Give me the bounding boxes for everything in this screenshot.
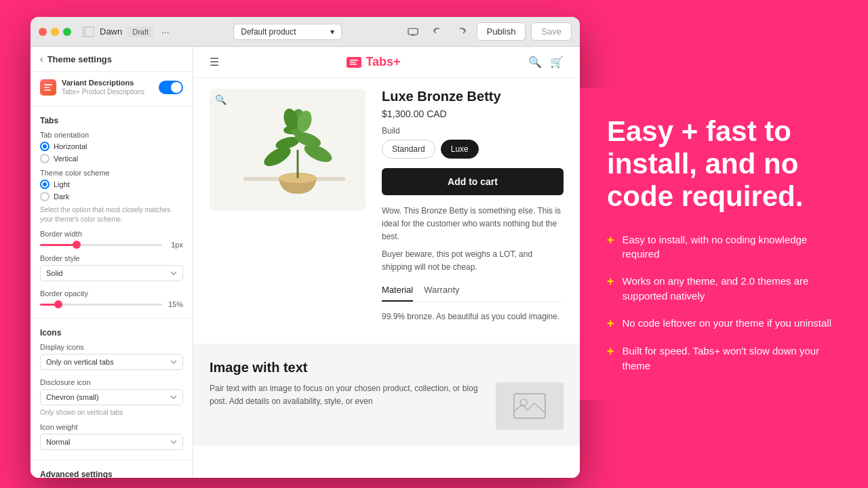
color-radio-group: Light Dark [40,180,183,201]
vertical-radio[interactable]: Vertical [40,154,183,163]
horizontal-radio[interactable]: Horizontal [40,142,183,151]
feature-plus-4: + [607,344,614,359]
product-section: 🔍 Luxe Bronze Betty $1,300.00 CAD Build … [193,78,580,338]
border-style-label: Border style [40,254,183,262]
add-to-cart-button[interactable]: Add to cart [382,168,564,195]
app-icon [40,79,56,96]
svg-rect-7 [44,89,51,91]
svg-rect-5 [44,84,52,85]
feature-plus-2: + [607,274,614,289]
feature-list: + Easy to install, with no coding knowle… [607,232,837,373]
icons-heading: Icons [40,328,183,338]
disclosure-icon-select[interactable]: Chevron (small) Chevron (large) Arrow [40,389,183,405]
light-radio[interactable]: Light [40,180,183,189]
image-placeholder-icon [513,392,547,420]
dark-radio[interactable]: Dark [40,192,183,201]
right-panel: Easy + fast to install, and no code requ… [580,88,865,401]
svg-rect-8 [350,60,358,61]
title-bar-center: Default product ▾ [178,24,398,40]
tabs-list: Material Warranty [382,279,564,302]
variant-descriptions-section: Variant Descriptions Tabs+ Product Descr… [31,72,193,106]
light-label: Light [54,180,70,188]
fullscreen-button[interactable] [63,28,71,36]
preview-area: ☰ Tabs+ 🔍 🛒 [193,47,580,478]
image-with-text-section: Image with text Pair text with an image … [193,344,580,446]
feature-item-1: + Easy to install, with no coding knowle… [607,232,837,262]
display-icons-select[interactable]: Only on vertical tabs Always Never [40,354,183,370]
display-icons-label: Display icons [40,343,183,351]
sidebar-toggle-icon[interactable] [82,26,94,38]
border-width-label: Border width [40,230,183,238]
svg-rect-24 [514,394,545,418]
advanced-heading: Advanced settings [40,470,183,478]
search-icon[interactable]: 🔍 [528,56,542,68]
sidebar-title: Theme settings [47,54,112,64]
store-header: ☰ Tabs+ 🔍 🛒 [193,47,580,78]
border-width-thumb[interactable] [73,241,81,249]
theme-color-label: Theme color scheme [40,169,183,177]
border-width-track[interactable] [40,244,162,246]
build-option-luxe[interactable]: Luxe [441,140,479,159]
title-bar-left: Dawn Draft ··· [82,25,172,39]
iwt-content: Pair text with an image to focus on your… [210,382,564,430]
preview-mode-button[interactable] [403,22,422,41]
border-opacity-label: Border opacity [40,289,183,298]
product-image: 🔍 [210,89,366,211]
hamburger-icon[interactable]: ☰ [210,56,219,68]
build-option-standard[interactable]: Standard [382,140,435,159]
color-hint: Select the option that most closely matc… [40,205,183,224]
product-info: Luxe Bronze Betty $1,300.00 CAD Build St… [382,89,564,327]
dark-label: Dark [54,192,69,201]
svg-rect-10 [350,64,357,65]
theme-selector[interactable]: Default product ▾ [233,24,342,40]
redo-button[interactable] [452,22,471,41]
store-logo-text: Tabs+ [366,55,400,69]
border-style-select[interactable]: Solid Dashed Dotted [40,265,183,281]
zoom-icon[interactable]: 🔍 [215,94,226,105]
feature-text-4: Built for speed. Tabs+ won't slow down y… [623,344,837,373]
store-logo: Tabs+ [347,55,400,69]
tab-orientation-label: Tab orientation [40,131,183,139]
border-opacity-track[interactable] [40,304,162,306]
variant-desc-left: Variant Descriptions Tabs+ Product Descr… [40,79,144,96]
save-button[interactable]: Save [531,22,572,41]
title-bar-right: Publish Save [403,22,572,41]
border-opacity-value: 15% [166,300,183,308]
build-options: Standard Luxe [382,140,564,159]
disclosure-hint: Only shown on vertical tabs [40,408,183,418]
tab-material[interactable]: Material [382,279,413,302]
icons-section: Icons Display icons Only on vertical tab… [31,319,193,460]
traffic-lights [39,28,71,36]
border-width-value: 1px [166,241,183,249]
icon-weight-label: Icon weight [40,423,183,431]
border-opacity-thumb[interactable] [54,300,62,308]
disclosure-icon-label: Disclosure icon [40,378,183,386]
undo-button[interactable] [428,22,447,41]
feature-item-3: + No code leftover on your theme if you … [607,316,837,331]
icon-weight-select[interactable]: Normal Bold Light [40,434,183,450]
tab-warranty[interactable]: Warranty [424,279,459,302]
more-options-button[interactable]: ··· [159,25,172,39]
svg-rect-1 [82,27,86,37]
variant-desc-toggle[interactable] [159,81,183,94]
minimize-button[interactable] [51,28,59,36]
close-button[interactable] [39,28,47,36]
feature-item-2: + Works on any theme, and 2.0 themes are… [607,274,837,304]
logo-badge [347,57,361,68]
advanced-section: Advanced settings The app will handle mo… [31,460,193,478]
feature-item-4: + Built for speed. Tabs+ won't slow down… [607,344,837,373]
back-button[interactable]: ‹ [40,54,43,64]
iwt-title: Image with text [210,360,564,375]
cart-icon[interactable]: 🛒 [550,56,564,68]
iwt-image [496,382,564,430]
sidebar-header: ‹ Theme settings [31,47,193,72]
sidebar: ‹ Theme settings [31,47,193,478]
border-width-slider: 1px [40,241,183,249]
tab-content: 99.9% bronze. As beautiful as you could … [382,306,564,327]
feature-plus-1: + [607,232,614,248]
light-radio-indicator [40,180,50,189]
plant-illustration [210,89,366,211]
horizontal-label: Horizontal [54,142,87,150]
svg-rect-6 [44,87,50,88]
publish-button[interactable]: Publish [477,22,526,41]
